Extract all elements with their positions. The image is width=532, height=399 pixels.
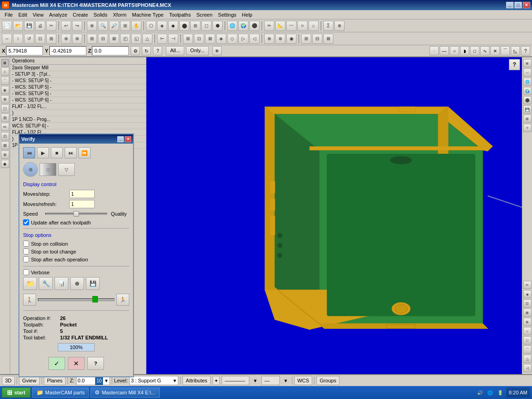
menu-edit[interactable]: Edit bbox=[16, 11, 30, 18]
status-level-dropdown[interactable]: ▼ bbox=[129, 376, 178, 385]
tb2-26[interactable]: ⊞ bbox=[301, 34, 311, 44]
sidebar-btn-6[interactable]: ⊞ bbox=[1, 114, 9, 122]
verify-dialog-title[interactable]: Verify _ ✕ bbox=[19, 134, 133, 144]
stop-collision-checkbox[interactable] bbox=[23, 241, 29, 247]
op-item-1[interactable]: - SETUP 3] - [Tpl... bbox=[10, 71, 146, 78]
tb2-2[interactable]: ↕ bbox=[13, 34, 23, 44]
x-value[interactable]: 5.79418 bbox=[6, 46, 43, 55]
rs-btn-1[interactable]: ⊕ bbox=[523, 59, 532, 67]
line-btn[interactable]: — bbox=[440, 46, 449, 55]
rs-btn-13[interactable]: ⊗ bbox=[523, 318, 532, 326]
tb2-22[interactable]: ◁ bbox=[249, 34, 260, 44]
tb2-21[interactable]: ▷ bbox=[238, 34, 248, 44]
verify-close-btn[interactable]: ✕ bbox=[125, 136, 131, 142]
op-item-4[interactable]: - WCS: SETUP 5] - bbox=[10, 91, 146, 97]
coord-settings-btn[interactable]: ⚙ bbox=[131, 46, 140, 55]
rs-btn-14[interactable]: ○ bbox=[523, 327, 532, 335]
op-item-8[interactable]: 1P 1.NCD - Prog... bbox=[10, 116, 146, 123]
erase-btn[interactable]: ✕ bbox=[490, 46, 500, 55]
tb-draw2[interactable]: 📐 bbox=[275, 21, 285, 31]
rs-btn-2[interactable]: ↔ bbox=[523, 68, 532, 77]
tb-zoom[interactable]: 🔍 bbox=[98, 21, 108, 31]
op-item-2[interactable]: - WCS: SETUP 5] - bbox=[10, 78, 146, 84]
action-chart-btn[interactable]: 📊 bbox=[54, 277, 68, 290]
rs-btn-12[interactable]: ⊠ bbox=[523, 308, 532, 317]
tb2-3[interactable]: ↺ bbox=[24, 34, 34, 44]
rs-btn-7[interactable]: ⊞ bbox=[523, 115, 532, 123]
tb2-25[interactable]: ◉ bbox=[286, 34, 296, 44]
rs-btn-16[interactable]: ⌒ bbox=[523, 345, 532, 354]
verbose-label[interactable]: Verbose bbox=[31, 270, 49, 275]
tb2-20[interactable]: ◇ bbox=[227, 34, 237, 44]
tb-more2[interactable]: ⊕ bbox=[334, 21, 345, 31]
arc-btn[interactable]: ◗ bbox=[460, 46, 469, 55]
rs-btn-11[interactable]: ⊡ bbox=[523, 299, 532, 308]
update-checkbox[interactable] bbox=[23, 219, 29, 225]
tb2-16[interactable]: ⊞ bbox=[183, 34, 193, 44]
speed-slider-track[interactable] bbox=[45, 213, 107, 215]
rs-btn-17[interactable]: △ bbox=[523, 355, 532, 363]
tb-draw4[interactable]: ⌗ bbox=[297, 21, 308, 31]
circle-btn[interactable]: ○ bbox=[450, 46, 459, 55]
status-line-weight[interactable]: — bbox=[261, 376, 280, 385]
op-item-6[interactable]: FLAT - 1/32 FL... bbox=[10, 103, 146, 110]
tool-cog-button[interactable]: ⚙ bbox=[23, 162, 38, 177]
stop-each-op-label[interactable]: Stop after each operation bbox=[31, 257, 88, 262]
tb2-14[interactable]: ⊢ bbox=[157, 34, 167, 44]
viewport-help-btn[interactable]: ? bbox=[509, 59, 520, 70]
tb-more1[interactable]: Σ bbox=[323, 21, 333, 31]
tb-zoom2[interactable]: 🔎 bbox=[109, 21, 119, 31]
sidebar-btn-1[interactable]: ↕ bbox=[1, 67, 9, 76]
action-save-btn[interactable]: 💾 bbox=[86, 277, 100, 290]
verify-minimize-btn[interactable]: _ bbox=[117, 136, 124, 142]
moves-step-input[interactable] bbox=[69, 190, 95, 198]
z-value[interactable]: 0.0 bbox=[92, 46, 129, 55]
tb-pan[interactable]: ✋ bbox=[131, 21, 141, 31]
status-groups[interactable]: Groups bbox=[316, 376, 339, 385]
menu-help[interactable]: Help bbox=[239, 11, 255, 18]
status-z-dropdown[interactable]: 10 ▼ bbox=[76, 376, 110, 385]
tb2-9[interactable]: ⊟ bbox=[98, 34, 108, 44]
maximize-button[interactable]: □ bbox=[514, 2, 522, 8]
sidebar-btn-5[interactable]: ◻ bbox=[1, 104, 9, 113]
tb2-24[interactable]: ⊗ bbox=[275, 34, 285, 44]
coord-help-btn[interactable]: ? bbox=[153, 46, 162, 55]
status-line-style[interactable]: ———— bbox=[222, 376, 249, 385]
rs-btn-4[interactable]: 🌍 bbox=[523, 87, 532, 95]
op-item-0[interactable]: 2axis Stepper Mill bbox=[10, 65, 146, 71]
stop-tool-change-label[interactable]: Stop on tool change bbox=[31, 249, 76, 254]
op-item-9[interactable]: WCS: SETUP 6] - bbox=[10, 123, 146, 129]
tb2-17[interactable]: ⊡ bbox=[194, 34, 204, 44]
tb2-5[interactable]: ⊞ bbox=[46, 34, 56, 44]
menu-machine-type[interactable]: Machine Type bbox=[129, 11, 166, 18]
minimize-button[interactable]: _ bbox=[506, 2, 514, 8]
tb-ops2[interactable]: ◈ bbox=[157, 21, 167, 31]
tb-open[interactable]: 📂 bbox=[13, 21, 23, 31]
menu-screen[interactable]: Screen bbox=[193, 11, 215, 18]
tb2-13[interactable]: △ bbox=[142, 34, 152, 44]
status-level-dropdown-arrow[interactable]: ▼ bbox=[171, 378, 178, 383]
status-wcs[interactable]: WCS bbox=[294, 376, 313, 385]
tb-ops1[interactable]: ⬡ bbox=[146, 21, 156, 31]
moves-refresh-input[interactable] bbox=[69, 200, 95, 208]
tb-redo[interactable]: ↪ bbox=[72, 21, 82, 31]
tb2-7[interactable]: ⊗ bbox=[72, 34, 82, 44]
verbose-checkbox[interactable] bbox=[23, 269, 29, 275]
menu-analyze[interactable]: Analyze bbox=[46, 11, 70, 18]
tb2-6[interactable]: ⊕ bbox=[61, 34, 71, 44]
status-3d[interactable]: 3D bbox=[2, 376, 15, 385]
tb-ops6[interactable]: ◻ bbox=[201, 21, 212, 31]
stop-tool-change-checkbox[interactable] bbox=[23, 248, 29, 254]
select-mode-btn[interactable]: ⊕ bbox=[212, 46, 222, 55]
status-z-color-btn[interactable]: 10 bbox=[95, 376, 103, 385]
tb-view2[interactable]: 🌍 bbox=[238, 21, 248, 31]
rs-btn-5[interactable]: ⚫ bbox=[523, 96, 532, 104]
only-button[interactable]: Only... bbox=[186, 46, 209, 55]
status-planes[interactable]: Planes bbox=[44, 376, 66, 385]
rs-btn-9[interactable]: ✏ bbox=[523, 281, 532, 289]
tool-shade-button[interactable]: □ bbox=[40, 163, 56, 176]
status-z-dropdown-arrow[interactable]: ▼ bbox=[103, 378, 109, 383]
menu-view[interactable]: View bbox=[30, 11, 47, 18]
op-item-7[interactable]: ) bbox=[10, 110, 146, 116]
menu-settings[interactable]: Settings bbox=[215, 11, 239, 18]
